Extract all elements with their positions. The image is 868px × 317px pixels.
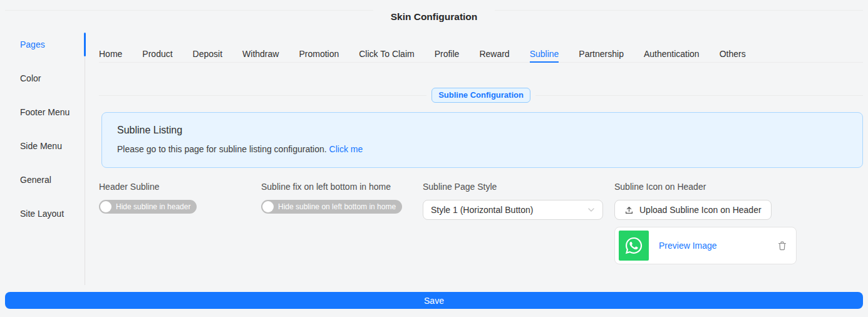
tab-profile[interactable]: Profile bbox=[435, 44, 460, 62]
field-label: Subline Icon on Header bbox=[614, 182, 863, 192]
sidebar-item-label: General bbox=[20, 175, 51, 185]
field-label: Subline Page Style bbox=[423, 182, 614, 192]
sidebar-item-pages[interactable]: Pages bbox=[0, 28, 85, 61]
sidebar: Pages Color Footer Menu Side Menu Genera… bbox=[0, 28, 85, 231]
click-me-link[interactable]: Click me bbox=[329, 144, 363, 154]
tab-reward[interactable]: Reward bbox=[479, 44, 509, 62]
save-button[interactable]: Save bbox=[5, 292, 863, 309]
sidebar-item-side-menu[interactable]: Side Menu bbox=[0, 129, 85, 163]
upload-subline-icon-button[interactable]: Upload Subline Icon on Header bbox=[614, 200, 772, 220]
upload-icon bbox=[624, 205, 634, 215]
hide-subline-left-bottom-toggle[interactable]: Hide subline on left bottom in home bbox=[261, 200, 402, 214]
tab-click-to-claim[interactable]: Click To Claim bbox=[359, 44, 414, 62]
section-divider: Subline Configuration bbox=[99, 88, 863, 103]
sidebar-item-color[interactable]: Color bbox=[0, 61, 85, 95]
tab-partnership[interactable]: Partnership bbox=[579, 44, 624, 62]
select-value: Style 1 (Horizontal Button) bbox=[431, 205, 587, 215]
field-header-subline: Header Subline Hide subline in header bbox=[99, 182, 261, 214]
sidebar-item-label: Footer Menu bbox=[20, 107, 70, 117]
hide-subline-in-header-toggle[interactable]: Hide subline in header bbox=[99, 200, 197, 214]
tab-authentication[interactable]: Authentication bbox=[644, 44, 700, 62]
field-label: Header Subline bbox=[99, 182, 261, 192]
tab-withdraw[interactable]: Withdraw bbox=[242, 44, 279, 62]
section-divider-line bbox=[99, 95, 426, 96]
content-area: Home Product Deposit Withdraw Promotion … bbox=[85, 28, 863, 264]
tab-home[interactable]: Home bbox=[99, 44, 122, 62]
toggle-label: Hide subline in header bbox=[116, 202, 190, 211]
field-subline-icon-header: Subline Icon on Header Upload Subline Ic… bbox=[614, 182, 863, 264]
sidebar-item-label: Pages bbox=[20, 39, 45, 49]
field-label: Subline fix on left bottom in home bbox=[261, 182, 423, 192]
sidebar-item-label: Side Menu bbox=[20, 141, 62, 151]
header-divider-right bbox=[495, 10, 863, 11]
section-badge: Subline Configuration bbox=[431, 88, 530, 103]
page-title: Skin Configuration bbox=[0, 11, 868, 23]
tab-others[interactable]: Others bbox=[720, 44, 746, 62]
info-box-title: Subline Listing bbox=[117, 125, 847, 136]
sidebar-item-site-layout[interactable]: Site Layout bbox=[0, 197, 85, 231]
preview-image-link[interactable]: Preview Image bbox=[659, 241, 777, 251]
sidebar-item-general[interactable]: General bbox=[0, 163, 85, 197]
uploaded-icon-preview-card: Preview Image bbox=[614, 227, 797, 264]
page-header: Skin Configuration bbox=[0, 0, 868, 28]
page-tabs: Home Product Deposit Withdraw Promotion … bbox=[99, 44, 863, 63]
trash-icon bbox=[777, 241, 787, 251]
info-box-message: Please go to this page for subline listi… bbox=[117, 144, 327, 154]
tab-subline[interactable]: Subline bbox=[530, 44, 559, 62]
sidebar-item-label: Site Layout bbox=[20, 209, 64, 219]
subline-page-style-select[interactable]: Style 1 (Horizontal Button) bbox=[423, 200, 603, 220]
section-divider-line bbox=[535, 95, 863, 96]
info-box-text: Please go to this page for subline listi… bbox=[117, 144, 847, 154]
tab-deposit[interactable]: Deposit bbox=[193, 44, 222, 62]
upload-button-label: Upload Subline Icon on Header bbox=[639, 205, 762, 215]
sidebar-item-label: Color bbox=[20, 73, 41, 83]
subline-settings-row: Header Subline Hide subline in header Su… bbox=[99, 182, 863, 264]
delete-icon-button[interactable] bbox=[777, 241, 787, 251]
field-subline-page-style: Subline Page Style Style 1 (Horizontal B… bbox=[423, 182, 614, 220]
toggle-label: Hide subline on left bottom in home bbox=[278, 202, 396, 211]
chevron-down-icon bbox=[587, 206, 595, 214]
header-divider-left bbox=[5, 10, 373, 11]
tab-promotion[interactable]: Promotion bbox=[299, 44, 339, 62]
main-layout: Pages Color Footer Menu Side Menu Genera… bbox=[0, 28, 868, 264]
field-subline-fix-home: Subline fix on left bottom in home Hide … bbox=[261, 182, 423, 214]
sidebar-item-footer-menu[interactable]: Footer Menu bbox=[0, 95, 85, 129]
tab-product[interactable]: Product bbox=[142, 44, 172, 62]
subline-listing-info-box: Subline Listing Please go to this page f… bbox=[101, 112, 863, 168]
whatsapp-icon bbox=[619, 231, 649, 261]
